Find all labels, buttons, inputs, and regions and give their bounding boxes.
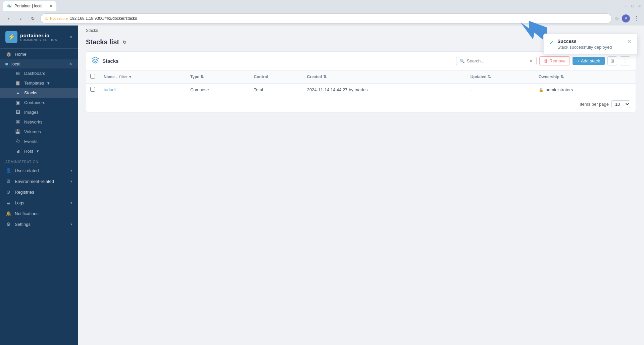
host-icon: 🖥: [15, 149, 21, 154]
sidebar-item-label-notifications: Notifications: [15, 211, 72, 216]
sidebar-item-label-containers: Containers: [24, 100, 45, 105]
logo-text: portainer.io COMMUNITY EDITION: [20, 33, 57, 42]
sidebar-item-label-settings: Settings: [15, 222, 67, 227]
logo-image: ⚡ portainer.io COMMUNITY EDITION: [5, 31, 57, 43]
back-btn[interactable]: ‹: [4, 14, 13, 23]
row-created-cell: 2024-11-14 14:44:27 by marius: [303, 83, 466, 96]
user-related-chevron-icon: ▾: [70, 168, 72, 173]
profile-btn[interactable]: P: [622, 14, 630, 22]
browser-tab[interactable]: 🐳 Portainer | local ✕: [3, 1, 56, 11]
page-title-text: Stacks list: [86, 38, 119, 46]
sidebar-collapse-btn[interactable]: «: [69, 34, 72, 40]
browser-menu-btn[interactable]: ⋮: [633, 15, 640, 22]
th-control-label: Control: [254, 75, 268, 79]
row-ownership-cell: 🔒 administrators: [535, 83, 636, 96]
th-ownership-label: Ownership ⇅: [539, 75, 632, 79]
select-all-checkbox[interactable]: [90, 74, 95, 79]
sidebar-item-label-registries: Registries: [15, 190, 72, 195]
minimize-btn[interactable]: ─: [624, 4, 628, 8]
tab-favicon: 🐳: [7, 4, 12, 8]
security-icon: ⚠: [45, 16, 48, 21]
user-related-icon: 👤: [5, 168, 11, 173]
th-checkbox: [86, 70, 100, 83]
refresh-btn[interactable]: ↻: [28, 14, 38, 23]
sidebar-item-environment-related[interactable]: 🖥 Environment-related ▾: [0, 176, 78, 187]
stack-link[interactable]: tududi: [104, 87, 115, 92]
row-checkbox[interactable]: [90, 87, 95, 92]
th-updated: Updated ⇅: [466, 70, 535, 83]
table-header-row: Name ↓ Filter ▼ Type ⇅ Control: [86, 70, 636, 83]
sidebar-item-images[interactable]: 🖼 Images: [0, 107, 78, 117]
sidebar-item-templates[interactable]: 📋 Templates ▾: [0, 78, 78, 88]
logs-chevron-icon: ▾: [70, 201, 72, 205]
notification-close-btn[interactable]: ✕: [627, 39, 632, 45]
add-stack-button[interactable]: + Add stack: [573, 57, 605, 65]
sidebar-item-containers[interactable]: ▣ Containers: [0, 98, 78, 107]
tab-close-btn[interactable]: ✕: [49, 4, 52, 8]
remove-button[interactable]: 🗑 Remove: [539, 56, 570, 65]
row-updated-cell: -: [466, 83, 535, 96]
sidebar-item-label-logs: Logs: [15, 200, 67, 205]
env-status-dot: [5, 63, 8, 65]
th-type-label: Type ⇅: [190, 75, 246, 79]
search-input[interactable]: [467, 58, 527, 63]
stacks-panel-icon: [92, 56, 99, 65]
templates-icon: 📋: [15, 81, 21, 86]
sidebar-item-events[interactable]: ⏱ Events: [0, 137, 78, 146]
networks-icon: ⌘: [15, 119, 21, 125]
sidebar-env-local[interactable]: local ✕: [0, 59, 78, 68]
more-options-btn[interactable]: ⋮: [620, 56, 630, 65]
sidebar: ⚡ portainer.io COMMUNITY EDITION « 🏠 Hom…: [0, 26, 78, 345]
home-icon: 🏠: [5, 51, 11, 57]
sidebar-item-user-related[interactable]: 👤 User-related ▾: [0, 165, 78, 176]
sidebar-item-stacks[interactable]: ≡ Stacks: [0, 88, 78, 98]
admin-section-label: Administration: [0, 156, 78, 165]
sidebar-item-home[interactable]: 🏠 Home: [0, 49, 78, 59]
search-clear-btn[interactable]: ✕: [529, 58, 533, 63]
notification-content: Success Stack successfully deployed: [557, 39, 624, 50]
sidebar-item-host[interactable]: 🖥 Host ▾: [0, 146, 78, 156]
restore-btn[interactable]: □: [631, 4, 635, 8]
app-layout: ⚡ portainer.io COMMUNITY EDITION « 🏠 Hom…: [0, 26, 644, 345]
search-icon: 🔍: [460, 59, 465, 63]
notifications-icon: 🔔: [5, 211, 11, 216]
settings-icon: ⚙: [5, 221, 11, 227]
row-type-cell: Compose: [186, 83, 250, 96]
refresh-page-btn[interactable]: ↻: [122, 40, 127, 45]
items-per-page-select[interactable]: 10 25 50 100: [611, 100, 630, 108]
tab-title: Portainer | local: [14, 4, 42, 8]
not-secure-label: Not secure: [50, 16, 68, 20]
bookmark-btn[interactable]: ☆: [614, 15, 619, 22]
row-name-cell: tududi: [100, 83, 186, 96]
close-btn[interactable]: ✕: [637, 4, 641, 8]
sidebar-item-registries[interactable]: ⊙ Registries: [0, 187, 78, 197]
address-bar[interactable]: ⚠ Not secure 192.168.1.18:9000/#!/2/dock…: [40, 13, 612, 23]
environment-related-icon: 🖥: [5, 179, 11, 184]
sidebar-item-notifications[interactable]: 🔔 Notifications: [0, 208, 78, 219]
table-row: tududi Compose Total 2024-11-14 14:44:27…: [86, 83, 636, 96]
notification-success-icon: ✓: [549, 39, 554, 46]
items-per-page-label: Items per page: [580, 102, 609, 107]
sidebar-item-label-stacks: Stacks: [24, 90, 37, 95]
env-close-btn[interactable]: ✕: [69, 61, 72, 66]
browser-nav: ‹ › ↻ ⚠ Not secure 192.168.1.18:9000/#!/…: [0, 12, 644, 26]
search-box: 🔍 ✕: [456, 57, 537, 65]
notification-message: Stack successfully deployed: [557, 45, 624, 50]
th-created-label: Created ⇅: [307, 75, 462, 79]
logo-edition: COMMUNITY EDITION: [20, 38, 57, 42]
sidebar-item-dashboard[interactable]: ⊞ Dashboard: [0, 68, 78, 78]
forward-btn[interactable]: ›: [16, 14, 26, 23]
sidebar-item-volumes[interactable]: 💾 Volumes: [0, 127, 78, 137]
host-chevron-icon: ▾: [37, 149, 39, 154]
sidebar-item-logs[interactable]: ≣ Logs ▾: [0, 197, 78, 208]
panel-header-actions: 🔍 ✕ 🗑 Remove + Add stack ⊞ ⋮: [456, 56, 630, 65]
columns-toggle-btn[interactable]: ⊞: [607, 56, 617, 65]
th-updated-label: Updated ⇅: [470, 75, 531, 79]
sidebar-item-label-images: Images: [24, 110, 39, 115]
url-text: 192.168.1.18:9000/#!/2/docker/stacks: [70, 16, 137, 21]
sidebar-item-label-host: Host: [24, 149, 33, 154]
sidebar-item-networks[interactable]: ⌘ Networks: [0, 117, 78, 127]
sidebar-item-settings[interactable]: ⚙ Settings ▾: [0, 219, 78, 230]
filter-btn[interactable]: Filter ▼: [119, 75, 132, 79]
panel-header-title: Stacks: [102, 58, 453, 64]
